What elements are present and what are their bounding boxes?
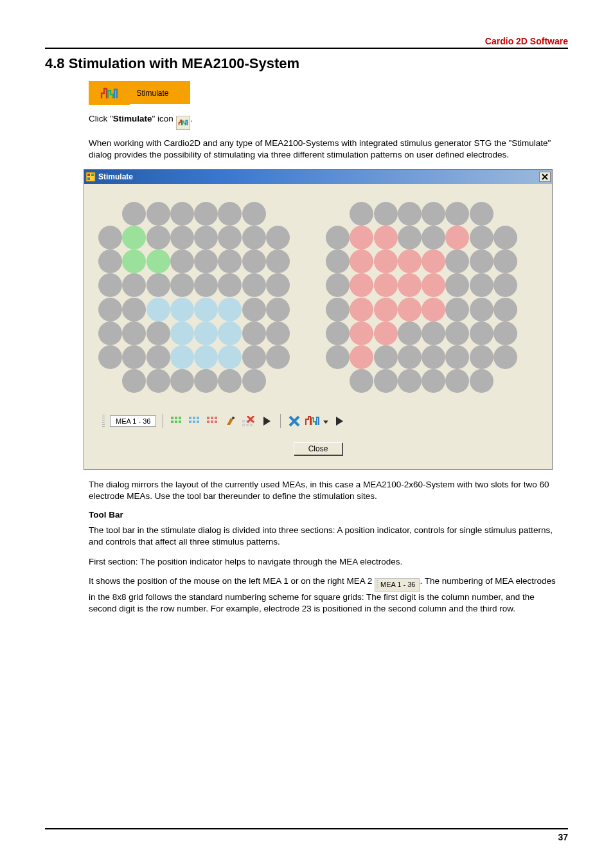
electrode[interactable] xyxy=(374,273,398,297)
electrode[interactable] xyxy=(470,298,493,321)
electrode[interactable] xyxy=(170,321,194,345)
electrode[interactable] xyxy=(422,249,445,273)
mea-grid-left[interactable] xyxy=(98,202,290,393)
electrode[interactable] xyxy=(470,321,493,345)
electrode[interactable] xyxy=(147,273,170,297)
electrode[interactable] xyxy=(194,273,218,297)
electrode[interactable] xyxy=(147,226,170,249)
electrode[interactable] xyxy=(122,226,146,249)
electrode[interactable] xyxy=(266,226,290,249)
electrode[interactable] xyxy=(398,345,422,369)
electrode[interactable] xyxy=(98,321,122,345)
electrode[interactable] xyxy=(122,298,146,321)
electrode[interactable] xyxy=(122,321,146,345)
electrode[interactable] xyxy=(242,321,266,345)
electrode[interactable] xyxy=(98,345,122,369)
electrode[interactable] xyxy=(422,321,445,345)
electrode[interactable] xyxy=(493,226,517,249)
electrode[interactable] xyxy=(398,249,422,273)
electrode[interactable] xyxy=(350,249,373,273)
electrode[interactable] xyxy=(98,249,122,273)
electrode[interactable] xyxy=(170,202,194,226)
electrode[interactable] xyxy=(493,321,517,345)
electrode[interactable] xyxy=(218,369,242,393)
pattern-blue-button[interactable] xyxy=(188,414,202,428)
stimulate-tab[interactable]: Stimulate xyxy=(89,81,190,104)
electrode[interactable] xyxy=(147,321,170,345)
electrode[interactable] xyxy=(170,249,194,273)
electrode[interactable] xyxy=(170,345,194,369)
electrode[interactable] xyxy=(194,226,218,249)
electrode[interactable] xyxy=(374,321,398,345)
electrode[interactable] xyxy=(98,273,122,297)
electrode[interactable] xyxy=(147,298,170,321)
electrode[interactable] xyxy=(98,226,122,249)
electrode[interactable] xyxy=(194,298,218,321)
electrode[interactable] xyxy=(122,249,146,273)
electrode[interactable] xyxy=(242,298,266,321)
electrode[interactable] xyxy=(422,226,445,249)
electrode[interactable] xyxy=(470,202,493,226)
electrode[interactable] xyxy=(445,369,469,393)
electrode[interactable] xyxy=(422,345,445,369)
electrode[interactable] xyxy=(122,345,146,369)
mea-grid-right[interactable] xyxy=(326,202,517,393)
play-all-button[interactable] xyxy=(332,414,346,428)
electrode[interactable] xyxy=(266,321,290,345)
electrode[interactable] xyxy=(374,298,398,321)
electrode[interactable] xyxy=(398,226,422,249)
electrode[interactable] xyxy=(374,202,398,226)
electrode[interactable] xyxy=(493,298,517,321)
pattern-red-button[interactable] xyxy=(206,414,220,428)
electrode[interactable] xyxy=(470,273,493,297)
electrode[interactable] xyxy=(242,202,266,226)
electrode[interactable] xyxy=(170,273,194,297)
open-stimulus-dropdown[interactable] xyxy=(323,415,328,427)
electrode[interactable] xyxy=(266,345,290,369)
electrode[interactable] xyxy=(147,369,170,393)
electrode[interactable] xyxy=(266,273,290,297)
electrode[interactable] xyxy=(326,249,350,273)
electrode[interactable] xyxy=(326,226,350,249)
electrode[interactable] xyxy=(445,321,469,345)
electrode[interactable] xyxy=(422,273,445,297)
electrode[interactable] xyxy=(326,273,350,297)
electrode[interactable] xyxy=(350,226,373,249)
pattern-green-button[interactable] xyxy=(170,414,184,428)
electrode[interactable] xyxy=(242,226,266,249)
electrode[interactable] xyxy=(326,298,350,321)
electrode[interactable] xyxy=(218,273,242,297)
play-pattern-button[interactable] xyxy=(260,414,274,428)
clear-all-button[interactable] xyxy=(287,414,301,428)
electrode[interactable] xyxy=(350,273,373,297)
electrode[interactable] xyxy=(398,369,422,393)
electrode[interactable] xyxy=(493,249,517,273)
electrode[interactable] xyxy=(194,249,218,273)
dialog-close-button[interactable] xyxy=(539,172,551,182)
electrode[interactable] xyxy=(445,273,469,297)
electrode[interactable] xyxy=(398,202,422,226)
electrode[interactable] xyxy=(242,345,266,369)
electrode[interactable] xyxy=(350,345,373,369)
electrode[interactable] xyxy=(445,202,469,226)
electrode[interactable] xyxy=(194,345,218,369)
electrode[interactable] xyxy=(445,226,469,249)
electrode[interactable] xyxy=(445,249,469,273)
electrode[interactable] xyxy=(350,298,373,321)
electrode[interactable] xyxy=(242,249,266,273)
electrode[interactable] xyxy=(470,226,493,249)
electrode[interactable] xyxy=(374,345,398,369)
electrode[interactable] xyxy=(242,273,266,297)
electrode[interactable] xyxy=(147,345,170,369)
electrode[interactable] xyxy=(122,369,146,393)
electrode[interactable] xyxy=(350,369,373,393)
electrode[interactable] xyxy=(398,298,422,321)
electrode[interactable] xyxy=(194,321,218,345)
electrode[interactable] xyxy=(194,369,218,393)
electrode[interactable] xyxy=(326,345,350,369)
electrode[interactable] xyxy=(122,273,146,297)
electrode[interactable] xyxy=(398,273,422,297)
electrode[interactable] xyxy=(218,345,242,369)
electrode[interactable] xyxy=(218,321,242,345)
electrode[interactable] xyxy=(422,369,445,393)
